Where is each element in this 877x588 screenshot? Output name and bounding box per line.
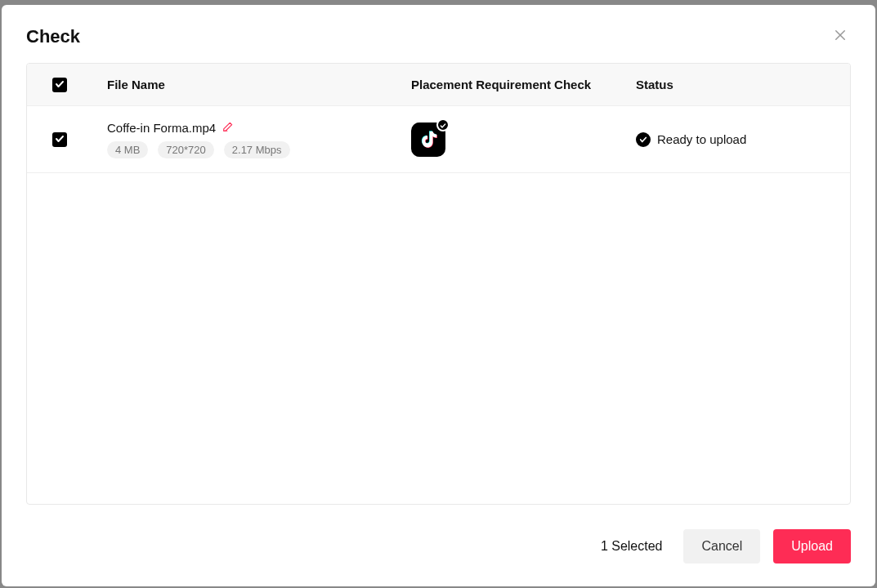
column-file-name: File Name (92, 78, 411, 91)
placement-tiktok-thumb[interactable] (411, 122, 445, 157)
check-icon (55, 132, 65, 147)
placement-verified-badge (436, 118, 450, 131)
status-text: Ready to upload (657, 132, 746, 146)
column-status: Status (636, 78, 850, 91)
file-meta-chips: 4 MB 720*720 2.17 Mbps (107, 141, 411, 158)
table-row: Coffe-in Forma.mp4 4 MB 720*720 2.17 Mbp (27, 106, 850, 173)
status-ready-icon (636, 132, 651, 147)
row-checkbox[interactable] (52, 132, 67, 147)
check-icon (440, 118, 446, 132)
file-bitrate-chip: 2.17 Mbps (224, 141, 290, 158)
edit-filename-button[interactable] (222, 121, 234, 135)
status-cell: Ready to upload (636, 132, 850, 147)
modal-footer: 1 Selected Cancel Upload (2, 529, 875, 586)
edit-icon (222, 121, 234, 135)
file-size-chip: 4 MB (107, 141, 148, 158)
file-table: File Name Placement Requirement Check St… (26, 63, 851, 505)
close-icon (833, 28, 848, 45)
upload-button[interactable]: Upload (773, 529, 851, 564)
column-placement: Placement Requirement Check (411, 78, 636, 91)
modal-header: Check (2, 5, 875, 63)
modal-title: Check (26, 26, 80, 47)
select-all-checkbox[interactable] (52, 78, 67, 92)
file-cell: Coffe-in Forma.mp4 4 MB 720*720 2.17 Mbp (92, 121, 411, 158)
close-button[interactable] (830, 24, 851, 48)
check-modal: Check File Name (2, 5, 875, 586)
tiktok-icon (418, 127, 439, 152)
file-resolution-chip: 720*720 (158, 141, 213, 158)
file-name: Coffe-in Forma.mp4 (107, 121, 216, 135)
cancel-button[interactable]: Cancel (683, 529, 760, 564)
check-icon (639, 132, 647, 147)
table-header-row: File Name Placement Requirement Check St… (27, 64, 850, 106)
placement-cell (411, 122, 636, 157)
check-icon (55, 78, 65, 92)
selected-count: 1 Selected (601, 539, 663, 554)
